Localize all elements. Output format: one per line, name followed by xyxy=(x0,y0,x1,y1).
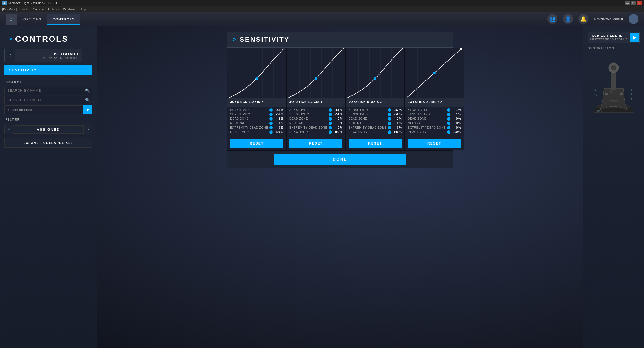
select-input-wrap: Select an input ▼ xyxy=(4,105,92,114)
param-row-0-4: EXTREMITY DEAD ZONE0 % xyxy=(230,126,283,129)
param-label-2-2: DEAD ZONE xyxy=(349,117,387,120)
svg-rect-35 xyxy=(347,48,403,98)
window-controls[interactable]: — □ ✕ xyxy=(625,1,642,5)
param-label-0-2: DEAD ZONE xyxy=(230,117,269,120)
param-row-1-5: REACTIVITY100 % xyxy=(289,130,342,134)
param-row-3-1: SENSITIVITY +1 % xyxy=(408,113,461,116)
param-label-0-3: NEUTRAL xyxy=(230,122,269,125)
menu-help[interactable]: Help xyxy=(80,7,86,11)
svg-rect-15 xyxy=(229,48,284,98)
svg-point-4 xyxy=(620,92,623,96)
param-row-0-3: NEUTRAL0 % xyxy=(230,122,283,125)
search-by-name-input[interactable] xyxy=(4,87,92,95)
reset-button-1[interactable]: RESET xyxy=(289,139,342,148)
param-value-0-4: 0 % xyxy=(273,126,283,129)
menu-windows[interactable]: Windows xyxy=(63,7,76,11)
param-label-1-4: EXTREMITY DEAD ZONE xyxy=(289,126,328,129)
param-row-2-3: NEUTRAL0 % xyxy=(349,122,402,125)
right-description-label: DESCRIPTION xyxy=(588,46,640,50)
avatar[interactable] xyxy=(629,14,638,24)
community-icon[interactable]: 👥 xyxy=(547,14,557,24)
axis-params-2: SENSITIVITY --52 %SENSITIVITY +-52 %DEAD… xyxy=(346,107,404,137)
notification-icon[interactable]: 🔔 xyxy=(578,14,588,24)
search-by-input-input[interactable] xyxy=(4,96,92,104)
device-profile-name: KEYBOARD PROFILE xyxy=(18,56,79,59)
device-prev-button[interactable]: < xyxy=(5,49,15,62)
home-button[interactable]: ⌂ xyxy=(6,14,17,25)
joystick-svg: ① ② ③ ⑩ ⑪ ⑩⑪ xyxy=(591,55,636,116)
param-label-1-5: REACTIVITY xyxy=(289,130,328,134)
svg-point-8 xyxy=(611,65,616,70)
param-value-3-3: 0 % xyxy=(451,122,461,125)
device-name-display: KEYBOARD KEYBOARD PROFILE xyxy=(15,52,82,59)
sensitivity-button[interactable]: SENSITIVITY xyxy=(4,65,92,75)
param-label-2-1: SENSITIVITY + xyxy=(349,113,387,116)
svg-point-44 xyxy=(374,77,376,80)
param-label-3-1: SENSITIVITY + xyxy=(408,113,446,116)
svg-text:③: ③ xyxy=(630,97,632,100)
param-row-3-0: SENSITIVITY -1 % xyxy=(408,108,461,111)
right-device-profile: CH EXTREME 3D PROFILE xyxy=(590,38,628,41)
param-value-2-3: 0 % xyxy=(392,122,402,125)
axis-name-bar-1: JOYSTICK L-AXIS Y xyxy=(287,98,345,107)
reset-button-3[interactable]: RESET xyxy=(408,139,461,148)
param-value-3-4: 0 % xyxy=(451,126,461,129)
right-device-arrow[interactable]: ▶ xyxy=(630,33,639,42)
param-label-1-3: NEUTRAL xyxy=(289,122,328,125)
reset-button-0[interactable]: RESET xyxy=(230,139,283,148)
sensitivity-modal-overlay: > SENSITIVITY JOYSTICK L-AXIS XSENSITIVI… xyxy=(97,26,583,348)
param-value-0-0: -51 % xyxy=(273,108,283,111)
param-label-3-2: DEAD ZONE xyxy=(408,117,446,120)
param-label-3-3: NEUTRAL xyxy=(408,122,446,125)
select-input-dropdown[interactable]: Select an input xyxy=(4,105,92,114)
app-icon: ✈ xyxy=(2,1,7,5)
param-label-1-1: SENSITIVITY + xyxy=(289,113,328,116)
param-label-1-2: DEAD ZONE xyxy=(289,117,328,120)
sidebar-arrow-icon: > xyxy=(8,35,12,43)
sidebar-title-text: CONTROLS xyxy=(15,34,68,44)
modal-header-icon: > xyxy=(232,36,236,43)
done-button[interactable]: DONE xyxy=(274,154,406,165)
sensitivity-modal: > SENSITIVITY JOYSTICK L-AXIS XSENSITIVI… xyxy=(227,32,453,168)
search-section-label: SEARCH xyxy=(0,78,97,85)
axis-params-0: SENSITIVITY --51 %SENSITIVITY +-51 %DEAD… xyxy=(227,107,286,137)
param-label-3-0: SENSITIVITY - xyxy=(408,108,446,111)
axis-card-0: JOYSTICK L-AXIS XSENSITIVITY --51 %SENSI… xyxy=(227,48,286,150)
filter-value: ASSIGNED xyxy=(13,125,83,134)
param-row-1-0: SENSITIVITY --51 % xyxy=(289,108,342,111)
search-input-icon: 🔍 xyxy=(85,98,90,102)
filter-row: < ASSIGNED > xyxy=(4,125,92,134)
profile-icon[interactable]: 👤 xyxy=(563,14,573,24)
search-name-icon: 🔍 xyxy=(85,88,90,93)
axis-chart-2 xyxy=(346,48,404,98)
param-value-2-1: -52 % xyxy=(392,113,402,116)
menu-options[interactable]: Options xyxy=(48,7,59,11)
filter-next-button[interactable]: > xyxy=(83,125,92,134)
axis-params-3: SENSITIVITY -1 %SENSITIVITY +1 %DEAD ZON… xyxy=(405,107,464,137)
search-by-input-wrap: 🔍 xyxy=(4,96,92,104)
reset-button-2[interactable]: RESET xyxy=(349,139,402,148)
expand-collapse-button[interactable]: EXPAND / COLLAPSE ALL xyxy=(4,138,92,148)
filter-prev-button[interactable]: < xyxy=(4,125,13,134)
svg-point-34 xyxy=(315,77,317,80)
tab-controls[interactable]: CONTROLS xyxy=(47,14,80,25)
minimize-button[interactable]: — xyxy=(625,1,630,5)
tab-options[interactable]: OPTIONS xyxy=(18,14,47,25)
device-next-button[interactable] xyxy=(82,49,92,62)
param-row-2-4: EXTREMITY DEAD ZONE0 % xyxy=(349,126,402,129)
menu-devmode[interactable]: [DevMode] xyxy=(2,7,17,11)
param-label-0-5: REACTIVITY xyxy=(230,130,269,134)
axis-grid: JOYSTICK L-AXIS XSENSITIVITY --51 %SENSI… xyxy=(227,48,453,151)
param-label-2-3: NEUTRAL xyxy=(349,122,387,125)
svg-point-24 xyxy=(255,77,258,80)
param-row-0-0: SENSITIVITY --51 % xyxy=(230,108,283,111)
axis-chart-1 xyxy=(287,48,345,98)
modal-header: > SENSITIVITY xyxy=(227,32,453,48)
top-nav: ⌂ OPTIONS CONTROLS 👥 👤 🔔 ROCKOWE#6948 xyxy=(0,12,644,26)
svg-text:⑩: ⑩ xyxy=(594,89,596,92)
close-button[interactable]: ✕ xyxy=(637,1,642,5)
maximize-button[interactable]: □ xyxy=(631,1,636,5)
axis-name-bar-3: JOYSTICK SLIDER X xyxy=(405,98,464,107)
menu-camera[interactable]: Camera xyxy=(33,7,44,11)
menu-tools[interactable]: Tools xyxy=(21,7,28,11)
